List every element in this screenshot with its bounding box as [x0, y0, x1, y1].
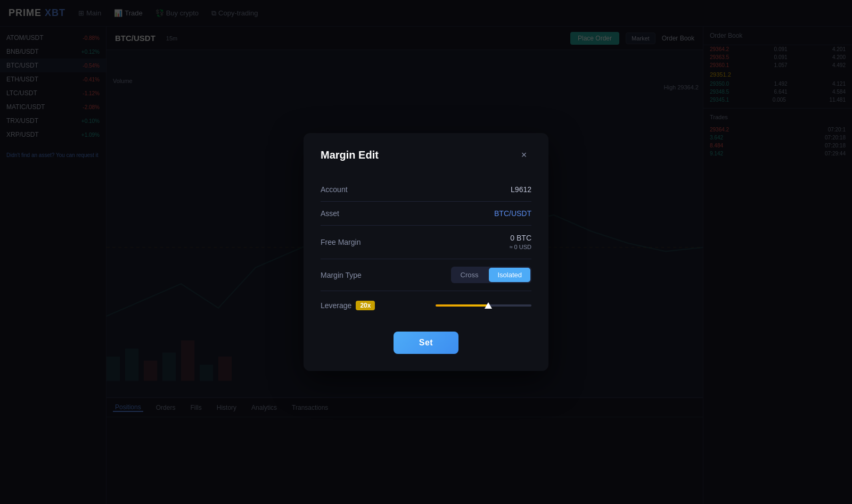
slider-track — [436, 304, 531, 307]
cross-button[interactable]: Cross — [452, 268, 487, 282]
set-button-container: Set — [321, 332, 531, 354]
slider-fill — [436, 304, 488, 307]
account-row: Account L9612 — [321, 178, 531, 202]
free-margin-label: Free Margin — [321, 238, 361, 246]
modal-header: Margin Edit × — [321, 148, 531, 163]
leverage-label: Leverage — [321, 301, 351, 310]
leverage-slider[interactable] — [436, 304, 531, 307]
modal-close-button[interactable]: × — [517, 148, 531, 163]
slider-thumb[interactable] — [485, 302, 492, 309]
margin-type-group: Cross Isolated — [451, 267, 532, 283]
margin-edit-modal: Margin Edit × Account L9612 Asset BTC/US… — [304, 133, 548, 371]
free-margin-value: 0 BTC ≈ 0 USD — [510, 233, 532, 252]
modal-title: Margin Edit — [321, 149, 379, 161]
asset-row: Asset BTC/USDT — [321, 202, 531, 226]
isolated-button[interactable]: Isolated — [489, 268, 530, 282]
asset-value: BTC/USDT — [494, 209, 531, 218]
account-label: Account — [321, 185, 348, 194]
free-margin-row: Free Margin 0 BTC ≈ 0 USD — [321, 226, 531, 260]
margin-type-row: Margin Type Cross Isolated — [321, 259, 531, 291]
leverage-left: Leverage 20x — [321, 301, 375, 310]
leverage-row: Leverage 20x — [321, 291, 531, 315]
asset-label: Asset — [321, 209, 339, 218]
set-button[interactable]: Set — [394, 332, 458, 354]
modal-overlay: Margin Edit × Account L9612 Asset BTC/US… — [0, 0, 852, 504]
margin-type-label: Margin Type — [321, 271, 362, 279]
account-value: L9612 — [511, 185, 531, 194]
leverage-value: 20x — [356, 301, 375, 310]
